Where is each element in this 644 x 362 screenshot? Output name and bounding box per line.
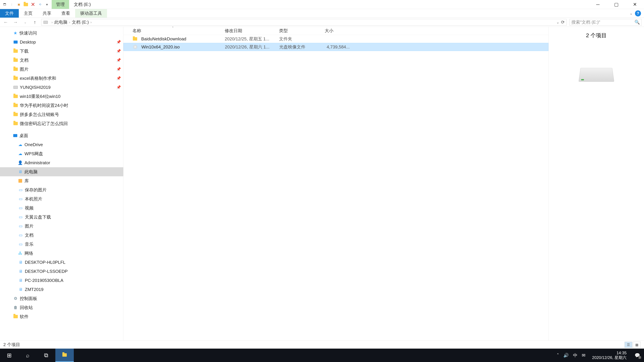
tree-item[interactable]: 🖥PC-20190530OBLA — [0, 276, 123, 285]
tree-item[interactable]: ▭图片 — [0, 222, 123, 231]
tree-item[interactable]: 图片📌 — [0, 65, 123, 74]
tree-item[interactable]: 拼多多怎么注销账号 — [0, 110, 123, 119]
tree-label: PC-20190530OBLA — [25, 278, 64, 283]
address-box[interactable]: › 此电脑 › 文档 (E:) › ⌄ ⟳ — [41, 19, 566, 26]
tray-overflow-icon[interactable]: ˄ — [557, 353, 559, 358]
tree-label: YUNQISHI2019 — [20, 85, 51, 90]
tree-label: 网络 — [24, 250, 33, 256]
tree-item[interactable]: win10重装64位win10 — [0, 92, 123, 101]
maximize-button[interactable]: ▢ — [607, 0, 626, 9]
tree-item[interactable]: 软件 — [0, 312, 123, 321]
tree-label: OneDrive — [24, 142, 43, 147]
tree-item[interactable]: ▭保存的图片 — [0, 185, 123, 194]
folder-icon — [13, 103, 18, 108]
nav-recent-dropdown[interactable]: ⌄ — [22, 19, 28, 26]
view-details-button[interactable]: ☰ — [624, 342, 632, 348]
tree-item[interactable]: ▭音乐 — [0, 240, 123, 249]
tree-label: 华为手机时间设置24小时 — [20, 103, 68, 108]
close-button[interactable]: ✕ — [626, 0, 644, 9]
tree-item[interactable]: 🖥DESKTOP-LSSOEDP — [0, 267, 123, 276]
qat-dropdown-icon[interactable]: ▾ — [44, 2, 50, 7]
ribbon-tab-home[interactable]: 主页 — [19, 9, 38, 17]
ribbon-expand-icon[interactable]: ⌄ — [630, 11, 632, 15]
tree-label: WPS网盘 — [24, 151, 43, 157]
tree-item[interactable]: 库 — [0, 176, 123, 185]
column-type[interactable]: 类型 — [277, 27, 322, 35]
ribbon-tab-drive-tools[interactable]: 驱动器工具 — [75, 9, 107, 17]
nav-back-button[interactable]: ← — [2, 19, 9, 26]
file-row[interactable]: Win10x64_2020.iso2020/12/26, 星期六 1...光盘映… — [124, 43, 548, 51]
tree-item[interactable]: 华为手机时间设置24小时 — [0, 101, 123, 110]
file-row[interactable]: BaiduNetdiskDownload2020/12/25, 星期五 1...… — [124, 35, 548, 43]
library-icon — [18, 178, 23, 183]
view-thumbnails-button[interactable]: ▦ — [633, 342, 641, 348]
search-placeholder: 搜索"文档 (E:)" — [572, 19, 600, 25]
navigation-pane[interactable]: ★ 快速访问 Desktop📌下载📌文档📌图片📌excel表格制作求和📌YUNQ… — [0, 27, 124, 341]
tree-item[interactable]: 👤Administrator — [0, 158, 123, 167]
nav-up-button[interactable]: ↑ — [32, 19, 38, 26]
search-input[interactable]: 搜索"文档 (E:)" 🔍 — [570, 19, 642, 26]
rename-icon[interactable]: ⟲ — [37, 2, 42, 7]
chevron-right-icon: › — [69, 20, 70, 24]
ribbon-tab-file[interactable]: 文件 — [0, 9, 19, 17]
minimize-button[interactable]: ─ — [589, 0, 607, 9]
taskbar-search-button[interactable]: ⌕ — [18, 349, 37, 362]
tree-item[interactable]: ▭天翼云盘下载 — [0, 213, 123, 222]
volume-icon[interactable]: 🔊 — [563, 353, 569, 358]
refresh-icon[interactable]: ⟳ — [561, 19, 565, 25]
tree-item[interactable]: ▭文档 — [0, 231, 123, 240]
tree-desktop[interactable]: 桌面 — [0, 131, 123, 140]
column-date[interactable]: 修改日期 — [222, 27, 277, 35]
tree-item[interactable]: 下载📌 — [0, 46, 123, 56]
breadcrumb[interactable]: 文档 (E:) — [72, 19, 89, 25]
action-center-button[interactable]: 💬3 — [633, 351, 641, 359]
address-bar-row: ← → ⌄ ↑ › 此电脑 › 文档 (E:) › ⌄ ⟳ 搜索"文档 (E:)… — [0, 18, 644, 27]
tree-item[interactable]: ☁OneDrive — [0, 140, 123, 149]
tray-app-icon[interactable]: ✉ — [582, 353, 586, 358]
tree-item[interactable]: ☁WPS网盘 — [0, 149, 123, 158]
address-dropdown-icon[interactable]: ⌄ — [556, 20, 559, 24]
ribbon-tab-view[interactable]: 查看 — [56, 9, 75, 17]
tree-network[interactable]: 🖧 网络 — [0, 249, 123, 258]
ribbon-tab-share[interactable]: 共享 — [38, 9, 56, 17]
tree-item[interactable]: 🖥DESKTOP-HL0PLFL — [0, 258, 123, 267]
nav-forward-button[interactable]: → — [12, 19, 19, 26]
tree-item[interactable]: ⚙控制面板 — [0, 294, 123, 303]
task-view-button[interactable]: ⧉ — [37, 349, 55, 362]
tree-label: 软件 — [20, 314, 28, 320]
tree-item[interactable]: Desktop📌 — [0, 37, 123, 46]
taskbar-clock[interactable]: 14:35 2020/12/26, 星期六 — [590, 351, 629, 360]
tree-item[interactable]: ▭视频 — [0, 203, 123, 213]
file-name: Win10x64_2020.iso — [142, 44, 180, 50]
tree-item[interactable]: excel表格制作求和📌 — [0, 74, 123, 83]
tree-item[interactable]: 🖥此电脑 — [0, 167, 123, 176]
start-button[interactable]: ⊞ — [0, 349, 18, 362]
tree-label: 音乐 — [25, 241, 34, 247]
library-item-icon: ▭ — [18, 242, 23, 247]
sort-asc-icon: ˄ — [172, 26, 174, 30]
new-folder-icon[interactable] — [23, 2, 28, 7]
file-list[interactable]: BaiduNetdiskDownload2020/12/25, 星期五 1...… — [124, 35, 548, 341]
ime-indicator[interactable]: 中 — [573, 353, 578, 358]
ribbon-context-tab[interactable]: 管理 — [52, 0, 69, 9]
tree-item[interactable]: 🗑回收站 — [0, 303, 123, 312]
tree-item[interactable]: ▭本机照片 — [0, 194, 123, 203]
breadcrumb[interactable]: 此电脑 — [54, 19, 68, 25]
tree-label: 微信密码忘记了怎么找回 — [20, 121, 68, 126]
tree-quick-access[interactable]: ★ 快速访问 — [0, 28, 123, 37]
column-size[interactable]: 大小 — [322, 27, 352, 35]
recycle-bin-icon: 🗑 — [13, 305, 18, 310]
tree-item[interactable]: 🖥ZMT2019 — [0, 285, 123, 294]
column-name[interactable]: ˄ 名称 — [124, 27, 222, 35]
properties-icon[interactable]: ▣ — [16, 2, 22, 7]
search-icon: 🔍 — [634, 19, 640, 25]
delete-icon[interactable]: ✕ — [30, 2, 36, 7]
tree-item[interactable]: YUNQISHI2019📌 — [0, 83, 123, 92]
taskbar-explorer-button[interactable] — [55, 349, 74, 362]
help-icon[interactable]: ? — [635, 10, 641, 16]
folder-icon — [13, 67, 18, 72]
tree-item[interactable]: 文档📌 — [0, 56, 123, 65]
tree-label: win10重装64位win10 — [20, 93, 60, 99]
window-controls: ─ ▢ ✕ — [589, 0, 644, 9]
tree-item[interactable]: 微信密码忘记了怎么找回 — [0, 119, 123, 128]
